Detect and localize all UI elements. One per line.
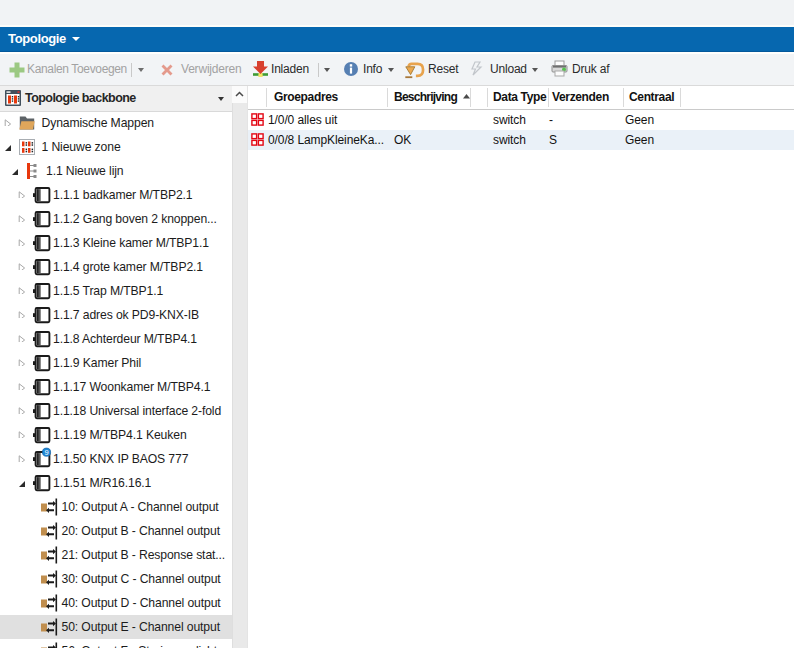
svg-text:9: 9 (44, 448, 48, 457)
